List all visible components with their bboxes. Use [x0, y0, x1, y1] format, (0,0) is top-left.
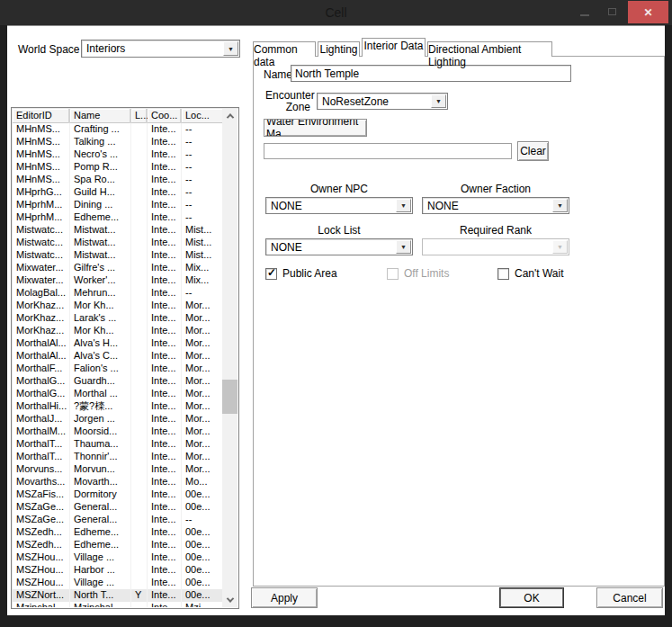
table-row[interactable]: Movarths...Movarth...Inte...Mo... [13, 476, 222, 488]
table-row[interactable]: MSZNort...North T...YInte...00e... [13, 589, 222, 602]
table-row[interactable]: MHprhM...Dining ...Inte...-- [13, 199, 222, 211]
table-row[interactable]: MSZedh...Edheme...Inte...00e... [13, 539, 222, 551]
close-button[interactable]: ✕ [628, 1, 668, 23]
cell-location: -- [182, 211, 222, 224]
encounter-zone-dropdown[interactable]: NoResetZone [317, 93, 448, 110]
encounter-zone-value: NoResetZone [322, 95, 389, 108]
chevron-down-icon[interactable] [552, 199, 568, 212]
column-header-editorid[interactable]: EditorID [13, 109, 70, 123]
water-environment-map-button[interactable]: Water Environment Ma [264, 119, 367, 137]
chevron-down-icon[interactable] [223, 41, 238, 56]
table-row[interactable]: MorKhaz...Mor Kh...Inte...Mor... [13, 325, 222, 337]
cancel-button[interactable]: Cancel [596, 587, 663, 608]
checkbox-cant-wait[interactable] [497, 268, 509, 280]
scroll-up-button[interactable] [222, 109, 237, 123]
table-row[interactable]: MorthalG...Guardh...Inte...Mor... [13, 375, 222, 388]
cell-list[interactable]: EditorIDNameL...Coo...Loc... MHnMS...Cra… [11, 107, 239, 609]
cell-persistent [131, 388, 148, 400]
table-row[interactable]: MolagBal...Mehrun...Inte...-- [13, 287, 222, 300]
cell-persistent [131, 564, 148, 577]
table-row[interactable]: Mixwater...Worker'...Inte...Mix... [13, 274, 222, 287]
ok-button[interactable]: OK [499, 587, 564, 608]
maximize-button[interactable] [600, 0, 623, 23]
table-row[interactable]: MorthalAl...Alva's H...Inte...Mor... [13, 337, 222, 350]
table-row[interactable]: MorthalJ...Jorgen ...Inte...Mor... [13, 413, 222, 425]
minimize-button[interactable] [573, 0, 596, 23]
cell-editorid: MSZHou... [13, 577, 70, 589]
tab-directional-ambient-lighting[interactable]: Directional Ambient Lighting [427, 41, 552, 57]
table-row[interactable]: MHnMS...Pomp R...Inte...-- [13, 161, 222, 174]
table-row[interactable]: MSZaGe...General...Inte...00e... [13, 501, 222, 514]
table-row[interactable]: MorthalAl...Alva's C...Inte...Mor... [13, 350, 222, 363]
table-row[interactable]: Mistwatc...Mistwat...Inte...Mist... [13, 224, 222, 237]
checkbox-public-area[interactable] [265, 268, 277, 280]
table-row[interactable]: MorKhaz...Mor Kh...Inte...Mor... [13, 300, 222, 312]
table-row[interactable]: MorthalG...Morthal ...Inte...Mor... [13, 388, 222, 400]
table-row[interactable]: MorthalT...Thonnir'...Inte...Mor... [13, 451, 222, 463]
tab-common-data[interactable]: Common data [253, 41, 316, 57]
owner-npc-dropdown[interactable]: NONE [265, 197, 413, 214]
table-row[interactable]: Mzinchal...Mzinchal...Inte...Mzi... [13, 602, 222, 607]
cell-coords: Inte... [148, 199, 182, 211]
table-row[interactable]: Mistwatc...Mistwat...Inte...Mist... [13, 237, 222, 249]
table-row[interactable]: MHnMS...Necro's ...Inte...-- [13, 148, 222, 161]
tab-lighting[interactable]: Lighting [318, 41, 360, 57]
window-title: Cell [0, 5, 672, 20]
cell-coords: Inte... [148, 388, 182, 400]
cell-persistent [131, 287, 148, 300]
table-row[interactable]: MorKhaz...Larak's ...Inte...Mor... [13, 312, 222, 325]
table-row[interactable]: MorthalM...Moorsid...Inte...Mor... [13, 425, 222, 438]
cell-location: Mix... [182, 274, 222, 287]
cell-coords: Inte... [148, 287, 182, 300]
table-row[interactable]: Morvuns...Morvun...Inte...Mor... [13, 463, 222, 476]
chevron-down-icon[interactable] [396, 199, 411, 212]
cell-coords: Inte... [148, 337, 182, 350]
table-row[interactable]: Mixwater...Gilfre's ...Inte...Mix... [13, 262, 222, 274]
table-row[interactable]: MSZHou...Harbor ...Inte...00e... [13, 564, 222, 577]
table-row[interactable]: MHnMS...Spa Ro...Inte...-- [13, 174, 222, 186]
tab-interior-data[interactable]: Interior Data [362, 38, 426, 57]
cell-coords: Inte... [148, 551, 182, 564]
title-bar[interactable]: Cell ✕ [0, 0, 672, 25]
column-header-location[interactable]: Loc... [182, 109, 224, 123]
column-header-name[interactable]: Name [70, 109, 131, 123]
owner-faction-dropdown[interactable]: NONE [422, 197, 569, 214]
scroll-down-button[interactable] [222, 593, 237, 607]
table-row[interactable]: MorthalT...Thauma...Inte...Mor... [13, 438, 222, 451]
table-row[interactable]: MHprhG...Guild H...Inte...-- [13, 186, 222, 199]
cell-editorid: MorKhaz... [13, 325, 70, 337]
cell-coords: Inte... [148, 602, 182, 607]
cell-list-scrollbar[interactable] [222, 109, 237, 607]
checkbox-row-public-area[interactable]: Public Area [265, 267, 337, 280]
chevron-down-icon[interactable] [396, 240, 411, 254]
table-row[interactable]: MHnMS...Talking ...Inte...-- [13, 136, 222, 148]
table-row[interactable]: MSZaFis...DormitoryInte...00e... [13, 488, 222, 501]
table-row[interactable]: MorthalHi...?蒙?檪...Inte...Mor... [13, 400, 222, 413]
cell-editorid: MolagBal... [13, 287, 70, 300]
table-row[interactable]: MSZHou...Village ...Inte...00e... [13, 551, 222, 564]
cell-location: Mor... [182, 438, 222, 451]
cell-coords: Inte... [148, 237, 182, 249]
table-row[interactable]: MHnMS...Crafting ...Inte...-- [13, 123, 222, 136]
clear-button[interactable]: Clear [517, 141, 549, 161]
apply-button[interactable]: Apply [251, 587, 318, 608]
world-space-dropdown[interactable]: Interiors [81, 40, 240, 58]
table-row[interactable]: MSZaGe...General...Inte...-- [13, 514, 222, 526]
table-row[interactable]: Mistwatc...Mistwat...Inte...Mist... [13, 249, 222, 262]
table-row[interactable]: MHprhM...Edheme...Inte...-- [13, 211, 222, 224]
cell-coords: Inte... [148, 438, 182, 451]
chevron-down-icon[interactable] [431, 94, 446, 108]
checkbox-row-cant-wait[interactable]: Can't Wait [497, 267, 564, 280]
table-row[interactable]: MSZHou...Village ...Inte...00e... [13, 577, 222, 589]
column-header-coords[interactable]: Coo... [148, 109, 182, 123]
column-header-persistent[interactable]: L... [131, 109, 148, 123]
table-row[interactable]: MorthalF...Falion's ...Inte...Mor... [13, 363, 222, 375]
off-limits-label: Off Limits [404, 267, 449, 280]
cell-editorid: MSZedh... [13, 526, 70, 539]
water-environment-map-field [264, 143, 512, 159]
lock-list-dropdown[interactable]: NONE [265, 238, 413, 255]
table-row[interactable]: MSZedh...Edheme...Inte...00e... [13, 526, 222, 539]
scrollbar-thumb[interactable] [222, 380, 237, 414]
checkbox-row-off-limits: Off Limits [387, 267, 449, 280]
cell-location: Mix... [182, 262, 222, 274]
